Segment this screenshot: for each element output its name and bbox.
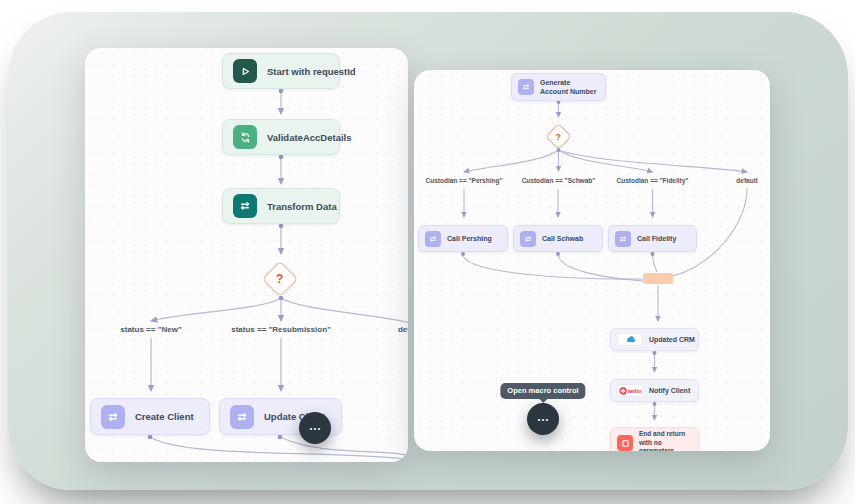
collapsed-merge-node[interactable] xyxy=(643,273,673,284)
node-updated-crm[interactable]: Updated CRM xyxy=(610,328,699,351)
branch-label-custodian-fidelity: Custodian == "Fidelity" xyxy=(617,177,689,184)
macro-control-button-right[interactable]: ••• xyxy=(527,403,559,435)
workflow-canvas-left[interactable]: Start with requestId ValidateAccDetails … xyxy=(85,48,408,462)
node-label: ValidateAccDetails xyxy=(267,132,352,143)
flow-connectors-right xyxy=(414,70,770,451)
node-end-return[interactable]: End and return with no parameters xyxy=(610,427,699,451)
ellipsis-icon: ••• xyxy=(308,425,321,432)
node-label: Generate Account Number xyxy=(540,78,599,96)
swap-arrows-icon xyxy=(425,231,441,247)
workflow-canvas-right[interactable]: Generate Account Number ? Custodian == "… xyxy=(414,70,770,451)
swap-arrows-icon xyxy=(518,79,534,95)
node-start[interactable]: Start with requestId xyxy=(222,53,340,89)
node-label: Call Schwab xyxy=(542,235,583,242)
swap-arrows-icon xyxy=(230,405,254,429)
swap-arrows-icon xyxy=(101,405,125,429)
node-notify-client[interactable]: twilio Notify Client xyxy=(610,379,699,402)
decision-question-mark: ? xyxy=(556,132,562,142)
node-call-pershing[interactable]: Call Pershing xyxy=(418,225,508,252)
ellipsis-icon: ••• xyxy=(536,416,549,423)
macro-control-button-left[interactable]: ••• xyxy=(299,412,331,444)
node-label: Call Fidelity xyxy=(637,235,676,242)
page-background: Start with requestId ValidateAccDetails … xyxy=(0,0,855,504)
sync-icon xyxy=(233,125,257,149)
salesforce-cloud-icon xyxy=(617,333,643,346)
branch-label-custodian-schwab: Custodian == "Schwab" xyxy=(522,177,596,184)
node-label: Transform Data xyxy=(267,201,337,212)
swap-arrows-icon xyxy=(615,231,631,247)
play-icon xyxy=(233,59,257,83)
node-label: Updated CRM xyxy=(649,336,695,343)
branch-label-default-left: default xyxy=(398,325,408,334)
decision-node-left[interactable]: ? xyxy=(262,261,299,298)
decision-node-right[interactable]: ? xyxy=(545,123,572,150)
node-label: End and return with no parameters xyxy=(639,430,692,451)
node-generate-account-number[interactable]: Generate Account Number xyxy=(511,73,606,101)
stop-square-icon xyxy=(617,435,633,451)
node-label: Notify Client xyxy=(649,387,690,394)
node-label: Call Pershing xyxy=(447,235,492,242)
swap-arrows-icon xyxy=(520,231,536,247)
branch-label-status-new: status == "New" xyxy=(120,325,181,334)
tooltip-open-macro-control: Open macro control xyxy=(500,383,585,399)
node-create-client[interactable]: Create Client xyxy=(90,398,210,435)
node-transform-data[interactable]: Transform Data xyxy=(222,188,340,224)
branch-label-default-right: default xyxy=(736,177,757,184)
transform-arrows-icon xyxy=(233,194,257,218)
twilio-logo-icon: twilio xyxy=(617,384,643,397)
node-call-fidelity[interactable]: Call Fidelity xyxy=(608,225,697,252)
node-label: Start with requestId xyxy=(267,66,356,77)
decision-question-mark: ? xyxy=(276,272,283,286)
twilio-wordmark: twilio xyxy=(628,388,642,394)
branch-label-status-resubmission: status == "Resubmission" xyxy=(231,325,331,334)
tooltip-text: Open macro control xyxy=(507,386,578,395)
node-validate-acc-details[interactable]: ValidateAccDetails xyxy=(222,119,340,155)
node-call-schwab[interactable]: Call Schwab xyxy=(513,225,603,252)
branch-label-custodian-pershing: Custodian == "Pershing" xyxy=(426,177,503,184)
node-label: Create Client xyxy=(135,411,194,422)
